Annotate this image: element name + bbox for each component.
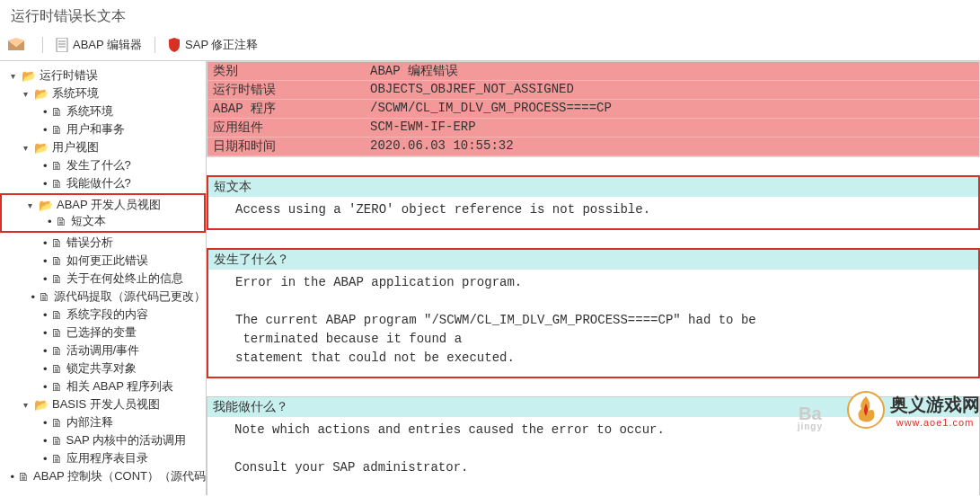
tree-leaf-abap-control-blocks[interactable]: •🗎ABAP 控制块（CONT）（源代码	[0, 467, 206, 485]
tree-leaf-sys-fields[interactable]: •🗎系统字段的内容	[0, 306, 206, 324]
tree-label: BASIS 开发人员视图	[52, 396, 160, 413]
tree-label: 锁定共享对象	[66, 360, 137, 377]
tree-leaf-error-analysis[interactable]: •🗎错误分析	[0, 234, 206, 252]
document-icon: 🗎	[51, 362, 63, 376]
document-icon: 🗎	[51, 159, 63, 173]
tree-leaf-sap-kernel[interactable]: •🗎SAP 内核中的活动调用	[0, 431, 206, 449]
content-area[interactable]: 类别ABAP 编程错误 运行时错误OBJECTS_OBJREF_NOT_ASSI…	[207, 61, 980, 495]
toolbar: ABAP 编辑器 SAP 修正注释	[0, 33, 980, 61]
header-value: 2020.06.03 10:55:32	[370, 138, 514, 155]
chevron-down-icon: ▾	[20, 400, 31, 410]
header-value: OBJECTS_OBJREF_NOT_ASSIGNED	[370, 82, 574, 98]
document-icon: 🗎	[56, 215, 67, 228]
chevron-down-icon: ▾	[24, 200, 35, 210]
tree-label: 用户视图	[52, 139, 99, 155]
tree-label: 相关 ABAP 程序列表	[66, 378, 174, 395]
tree-label: 错误分析	[66, 235, 113, 251]
window-title: 运行时错误长文本	[0, 0, 980, 33]
document-icon: 🗎	[51, 416, 63, 430]
header-value: ABAP 编程错误	[370, 63, 458, 79]
tree-label: 我能做什么?	[66, 175, 131, 191]
tree-leaf-how-correct[interactable]: •🗎如何更正此错误	[0, 252, 206, 270]
document-icon: 🗎	[51, 434, 63, 448]
tree-leaf-related-abap[interactable]: •🗎相关 ABAP 程序列表	[0, 377, 206, 395]
tree-user-view[interactable]: ▾📂用户视图	[0, 138, 206, 156]
header-label: ABAP 程序	[213, 101, 370, 117]
tree-leaf-internal-notes[interactable]: •🗎内部注释	[0, 413, 206, 431]
tree-label: 源代码提取（源代码已更改）	[54, 288, 206, 305]
baidu-watermark: Ba jingy	[798, 404, 823, 431]
header-row-category: 类别ABAP 编程错误	[207, 62, 979, 81]
tree-sidebar[interactable]: ▾📂运行时错误 ▾📂系统环境 •🗎系统环境 •🗎用户和事务 ▾📂用户视图 •🗎发…	[0, 61, 207, 495]
tree-label: 活动调用/事件	[66, 342, 140, 359]
toolbar-item-sap-fix[interactable]: SAP 修正注释	[168, 37, 258, 53]
tree-label: 系统字段的内容	[66, 306, 148, 323]
tree-label: ABAP 开发人员视图	[57, 197, 161, 213]
folder-icon: 📂	[22, 69, 36, 83]
highlighted-tree-group: ▾📂ABAP 开发人员视图 •🗎短文本	[0, 193, 206, 233]
watermark-title: 奥义游戏网	[890, 393, 980, 417]
watermark-url: www.aoe1.com	[896, 417, 975, 428]
tree-leaf-what-can-i-do[interactable]: •🗎我能做什么?	[0, 174, 206, 192]
tree-leaf-active-calls[interactable]: •🗎活动调用/事件	[0, 342, 206, 359]
folder-icon: 📂	[39, 199, 53, 212]
header-label: 运行时错误	[213, 82, 370, 98]
chevron-down-icon: ▾	[20, 143, 31, 153]
tree-leaf-app-tables[interactable]: •🗎应用程序表目录	[0, 449, 206, 467]
folder-icon: 📂	[34, 141, 49, 155]
header-row-app-component: 应用组件SCM-EWM-IF-ERP	[207, 119, 979, 138]
section-short-text: 短文本 Access using a 'ZERO' object referen…	[207, 175, 980, 230]
tree-label: 发生了什么?	[66, 157, 131, 173]
tree-leaf-chosen-vars[interactable]: •🗎已选择的变量	[0, 324, 206, 342]
document-icon	[56, 38, 68, 52]
tree-leaf-source-extract[interactable]: •🗎源代码提取（源代码已更改）	[0, 288, 206, 306]
error-header-block: 类别ABAP 编程错误 运行时错误OBJECTS_OBJREF_NOT_ASSI…	[207, 61, 980, 157]
section-body: Access using a 'ZERO' object reference i…	[208, 197, 978, 228]
site-watermark: 奥义游戏网 www.aoe1.com	[847, 391, 980, 429]
section-title: 发生了什么？	[208, 250, 978, 270]
tree-sys-env[interactable]: ▾📂系统环境	[0, 84, 206, 102]
tree-leaf-where-terminated[interactable]: •🗎关于在何处终止的信息	[0, 270, 206, 288]
tree-label: 系统环境	[52, 85, 99, 102]
toolbar-label: ABAP 编辑器	[73, 37, 142, 53]
tree-label: 关于在何处终止的信息	[66, 271, 183, 287]
tree-leaf-short-text[interactable]: •🗎短文本	[4, 213, 201, 229]
document-icon: 🗎	[51, 344, 63, 358]
tree-label: 运行时错误	[40, 67, 98, 84]
header-value: SCM-EWM-IF-ERP	[370, 120, 476, 136]
toolbar-item-abap-editor[interactable]: ABAP 编辑器	[56, 37, 142, 53]
mail-icon	[7, 38, 25, 52]
tree-leaf-user-trans[interactable]: •🗎用户和事务	[0, 120, 206, 138]
tree-leaf-sys-env[interactable]: •🗎系统环境	[0, 102, 206, 120]
document-icon: 🗎	[51, 254, 63, 268]
tree-label: SAP 内核中的活动调用	[66, 432, 186, 448]
document-icon: 🗎	[51, 326, 63, 340]
document-icon: 🗎	[51, 308, 63, 322]
watermark-text: Ba	[798, 404, 823, 422]
document-icon: 🗎	[51, 105, 63, 119]
watermark-text: jingy	[798, 422, 823, 431]
header-value: /SCWM/CL_IM_DLV_GM_PROCESS====CP	[370, 101, 612, 117]
document-icon: 🗎	[51, 236, 63, 250]
header-label: 日期和时间	[213, 138, 370, 155]
tree-basis-dev-view[interactable]: ▾📂BASIS 开发人员视图	[0, 395, 206, 413]
document-icon: 🗎	[51, 123, 63, 137]
toolbar-item-mail[interactable]	[7, 38, 30, 52]
tree-leaf-locked-shared[interactable]: •🗎锁定共享对象	[0, 359, 206, 377]
header-row-datetime: 日期和时间2020.06.03 10:55:32	[207, 138, 979, 156]
tree-root[interactable]: ▾📂运行时错误	[0, 67, 206, 84]
section-body: Note which actions and entries caused th…	[207, 417, 979, 495]
section-what-happened: 发生了什么？ Error in the ABAP application pro…	[207, 248, 980, 378]
tree-label: 应用程序表目录	[66, 450, 148, 466]
tree-label: ABAP 控制块（CONT）（源代码	[33, 468, 206, 484]
tree-abap-dev-view[interactable]: ▾📂ABAP 开发人员视图	[4, 197, 201, 213]
section-title: 短文本	[208, 177, 978, 197]
document-icon: 🗎	[18, 470, 30, 484]
main-area: ▾📂运行时错误 ▾📂系统环境 •🗎系统环境 •🗎用户和事务 ▾📂用户视图 •🗎发…	[0, 61, 980, 495]
tree-leaf-what-happened[interactable]: •🗎发生了什么?	[0, 156, 206, 174]
svg-rect-0	[57, 38, 67, 52]
shield-icon	[168, 38, 181, 52]
toolbar-label: SAP 修正注释	[185, 37, 258, 53]
chevron-down-icon: ▾	[7, 71, 18, 81]
header-label: 应用组件	[213, 120, 370, 136]
